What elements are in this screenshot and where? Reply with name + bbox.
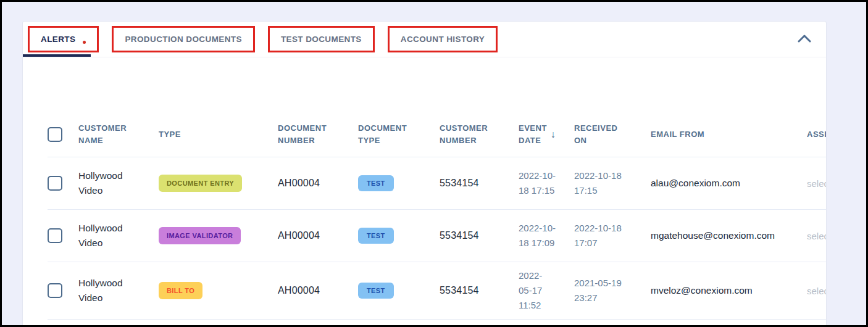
assignee-select[interactable]: select <box>807 286 826 296</box>
document-type-badge: TEST <box>358 283 394 299</box>
tab-alerts-label: ALERTS <box>41 35 75 44</box>
email-from-cell: mgatehouse@conexiom.com <box>651 230 807 241</box>
header-received-on[interactable]: RECEIVED ON <box>574 122 651 147</box>
collapse-panel-button[interactable] <box>794 30 815 49</box>
table-header-row: CUSTOMER NAME TYPE DOCUMENT NUMBER DOCUM… <box>48 116 826 157</box>
tab-account-history[interactable]: ACCOUNT HISTORY <box>390 28 496 51</box>
table-row: Hollywood Video BILL TO AH00004 TEST 553… <box>48 262 826 320</box>
header-event-date-label: EVENT DATE <box>519 122 547 147</box>
row-checkbox[interactable] <box>48 283 62 298</box>
header-customer-number[interactable]: CUSTOMER NUMBER <box>440 122 519 147</box>
select-all-checkbox[interactable] <box>48 127 62 142</box>
type-badge: IMAGE VALIDATOR <box>159 227 241 244</box>
email-from-cell: alau@conexiom.com <box>651 178 807 189</box>
annotation-box-alerts: ALERTS <box>28 26 99 52</box>
email-from-cell: mveloz@conexiom.com <box>651 285 807 296</box>
header-assigned[interactable]: ASSIGNED <box>807 128 826 141</box>
received-on-cell: 2022-10-18 17:07 <box>574 221 651 250</box>
alerts-table: CUSTOMER NAME TYPE DOCUMENT NUMBER DOCUM… <box>48 116 826 320</box>
header-type[interactable]: TYPE <box>159 128 278 141</box>
red-dot-annotation <box>83 41 86 44</box>
event-date-cell: 2022-10- 18 17:09 <box>519 221 574 250</box>
table-row: Hollywood Video IMAGE VALIDATOR AH00004 … <box>48 209 826 262</box>
header-document-type[interactable]: DOCUMENT TYPE <box>358 122 440 147</box>
screenshot-frame: ALERTS PRODUCTION DOCUMENTS TEST DOCUMEN… <box>0 0 868 327</box>
tab-production-documents-label: PRODUCTION DOCUMENTS <box>125 35 242 44</box>
row-checkbox[interactable] <box>48 228 62 243</box>
tab-account-history-label: ACCOUNT HISTORY <box>401 35 485 44</box>
documents-panel: ALERTS PRODUCTION DOCUMENTS TEST DOCUMEN… <box>22 21 827 325</box>
sort-descending-icon[interactable]: ↓ <box>551 127 556 143</box>
customer-number-cell: 5534154 <box>440 285 519 296</box>
document-number-cell: AH00004 <box>278 178 358 189</box>
table-row: Hollywood Video DOCUMENT ENTRY AH00004 T… <box>48 157 826 209</box>
active-tab-underline <box>23 54 91 57</box>
event-date-cell: 2022- 05-17 11:52 <box>519 268 574 313</box>
document-number-cell: AH00004 <box>278 230 358 241</box>
row-checkbox[interactable] <box>48 176 62 191</box>
assignee-select[interactable]: select <box>807 231 826 241</box>
document-number-cell: AH00004 <box>278 285 358 296</box>
customer-number-cell: 5534154 <box>440 178 519 189</box>
header-event-date[interactable]: EVENT DATE ↓ <box>519 122 574 147</box>
annotation-box-production-documents: PRODUCTION DOCUMENTS <box>112 26 255 52</box>
header-email-from[interactable]: EMAIL FROM <box>651 128 807 141</box>
header-customer-name[interactable]: CUSTOMER NAME <box>78 122 159 147</box>
tab-bar: ALERTS PRODUCTION DOCUMENTS TEST DOCUMEN… <box>23 22 826 57</box>
chevron-up-icon <box>798 35 811 44</box>
document-type-badge: TEST <box>358 228 394 244</box>
type-badge: BILL TO <box>159 282 202 299</box>
event-date-cell: 2022-10- 18 17:15 <box>519 168 574 198</box>
customer-name-cell: Hollywood Video <box>78 168 159 198</box>
customer-number-cell: 5534154 <box>440 230 519 241</box>
header-document-number[interactable]: DOCUMENT NUMBER <box>278 122 358 147</box>
tab-test-documents-label: TEST DOCUMENTS <box>281 35 362 44</box>
tab-test-documents[interactable]: TEST DOCUMENTS <box>270 28 373 51</box>
received-on-cell: 2021-05-19 23:27 <box>574 276 651 305</box>
document-type-badge: TEST <box>358 175 394 191</box>
received-on-cell: 2022-10-18 17:15 <box>574 168 651 198</box>
customer-name-cell: Hollywood Video <box>78 221 159 250</box>
annotation-box-test-documents: TEST DOCUMENTS <box>268 26 375 52</box>
annotation-box-account-history: ACCOUNT HISTORY <box>388 26 498 52</box>
assignee-select[interactable]: select <box>807 178 826 189</box>
customer-name-cell: Hollywood Video <box>78 276 159 305</box>
type-badge: DOCUMENT ENTRY <box>159 175 242 192</box>
tab-alerts[interactable]: ALERTS <box>30 28 97 51</box>
tab-production-documents[interactable]: PRODUCTION DOCUMENTS <box>114 28 253 51</box>
